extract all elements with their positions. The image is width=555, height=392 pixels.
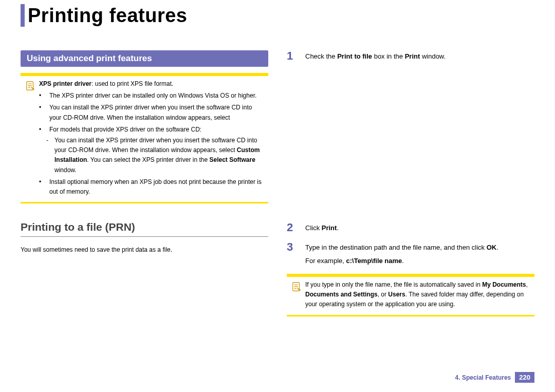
step-1: 1 Check the Print to file box in the Pri… bbox=[287, 50, 534, 62]
note-body: If you type in only the file name, the f… bbox=[305, 280, 530, 310]
note2-bold: My Documents bbox=[482, 281, 526, 288]
page-title: Printing features bbox=[28, 5, 187, 27]
section-header-advanced: Using advanced print features bbox=[21, 50, 268, 67]
screenshot-placeholder bbox=[287, 70, 534, 222]
bullet-frag: You can install the XPS printer driver w… bbox=[49, 104, 252, 121]
note-box-save-location: If you type in only the file name, the f… bbox=[287, 274, 534, 316]
step-example-bold: c:\Temp\file name bbox=[346, 257, 402, 265]
note-lead-bold: XPS printer driver bbox=[39, 80, 91, 87]
note-body: XPS printer driver: used to print XPS fi… bbox=[39, 79, 264, 197]
sub-frag-bold: Select Software bbox=[209, 156, 255, 163]
step-number: 1 bbox=[287, 50, 296, 62]
note-box-xps: XPS printer driver: used to print XPS fi… bbox=[21, 73, 268, 203]
step-frag-bold: OK bbox=[487, 244, 497, 251]
bullet-text: The XPS printer driver can be installed … bbox=[49, 91, 264, 101]
step-number: 3 bbox=[287, 241, 296, 253]
note-lead-rest: : used to print XPS file format. bbox=[91, 80, 173, 87]
step-3: 3 Type in the destination path and the f… bbox=[287, 241, 534, 266]
bullet-icon: • bbox=[39, 125, 46, 135]
step-number: 2 bbox=[287, 222, 296, 233]
bullet-row: • For models that provide XPS driver on … bbox=[39, 125, 264, 135]
subsection-title-prn: Printing to a file (PRN) bbox=[21, 221, 268, 237]
step-frag: . bbox=[337, 224, 339, 232]
note-icon bbox=[25, 79, 39, 197]
bullet-icon: • bbox=[39, 177, 46, 197]
body-text: You will sometimes need to save the prin… bbox=[21, 245, 268, 255]
step-frag: Check the bbox=[305, 52, 337, 60]
right-column: 1 Check the Print to file box in the Pri… bbox=[287, 50, 534, 316]
note2-frag: , or bbox=[378, 291, 388, 298]
sub-bullet-text: You can install the XPS printer driver w… bbox=[54, 136, 264, 175]
step-text: Click Print. bbox=[305, 222, 534, 233]
sub-frag: You can install the XPS printer driver w… bbox=[54, 137, 257, 154]
document-page: Printing features Using advanced print f… bbox=[0, 0, 555, 392]
bullet-icon: • bbox=[39, 103, 46, 122]
sub-frag: window. bbox=[54, 166, 77, 174]
note2-frag: , bbox=[526, 281, 528, 288]
footer-chapter-label: 4. Special Features bbox=[455, 374, 511, 381]
step-2: 2 Click Print. bbox=[287, 222, 534, 233]
bullet-icon: • bbox=[39, 91, 46, 101]
step-example-frag: . bbox=[402, 257, 404, 265]
bullet-row: • Install optional memory when an XPS jo… bbox=[39, 177, 264, 197]
step-frag: window. bbox=[420, 52, 446, 60]
step-frag: . bbox=[496, 244, 498, 251]
left-column: Using advanced print features XPS printe… bbox=[21, 50, 268, 316]
bullet-text: For models that provide XPS driver on th… bbox=[49, 125, 264, 135]
note2-bold: Users bbox=[388, 291, 405, 298]
step-text: Type in the destination path and the fil… bbox=[305, 241, 534, 266]
step-text: Check the Print to file box in the Print… bbox=[305, 50, 534, 62]
step-frag-bold: Print to file bbox=[337, 52, 372, 60]
dash-icon: - bbox=[46, 136, 51, 175]
step-frag-bold: Print bbox=[322, 224, 337, 232]
step-frag-bold: Print bbox=[405, 52, 420, 60]
bullet-text: Install optional memory when an XPS job … bbox=[49, 177, 264, 197]
note2-frag: If you type in only the file name, the f… bbox=[305, 281, 482, 288]
note-icon bbox=[291, 280, 305, 310]
page-title-bar: Printing features bbox=[21, 4, 534, 27]
step-frag: Click bbox=[305, 224, 322, 232]
bullet-row: • You can install the XPS printer driver… bbox=[39, 103, 264, 122]
step-example-frag: For example, bbox=[305, 257, 346, 265]
sub-frag: . You can select the XPS printer driver … bbox=[87, 156, 209, 163]
step-frag: box in the bbox=[372, 52, 405, 60]
note2-bold: Documents and Settings bbox=[305, 291, 378, 298]
bullet-text: You can install the XPS printer driver w… bbox=[49, 103, 264, 122]
bullet-row: • The XPS printer driver can be installe… bbox=[39, 91, 264, 101]
footer-page-number: 220 bbox=[515, 372, 534, 383]
page-footer: 4. Special Features 220 bbox=[455, 372, 534, 383]
step-frag: Type in the destination path and the fil… bbox=[305, 244, 487, 251]
content-columns: Using advanced print features XPS printe… bbox=[21, 50, 534, 316]
sub-bullet-row: - You can install the XPS printer driver… bbox=[46, 136, 264, 175]
title-accent-bar bbox=[21, 4, 25, 27]
